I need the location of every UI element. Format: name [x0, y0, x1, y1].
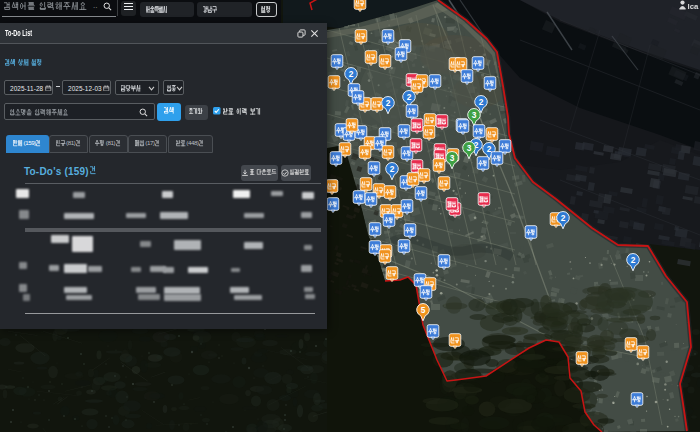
svg-text:lca: lca [688, 2, 700, 11]
